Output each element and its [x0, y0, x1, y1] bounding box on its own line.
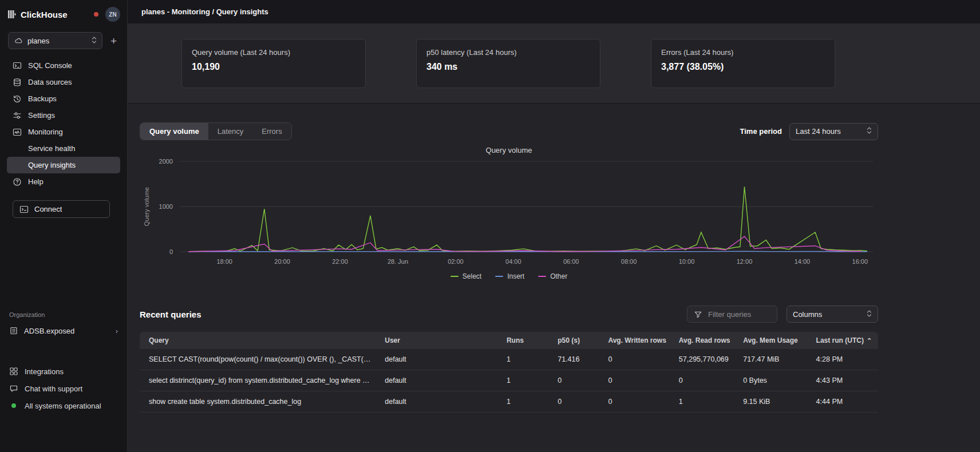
- sidebar-item-backups[interactable]: Backups: [7, 90, 120, 107]
- svg-text:Query volume: Query volume: [143, 187, 150, 226]
- operational-icon: [9, 401, 18, 410]
- legend-swatch: [451, 276, 459, 277]
- svg-text:16:00: 16:00: [852, 258, 868, 265]
- legend-other[interactable]: Other: [538, 272, 567, 280]
- sidebar-item-monitoring[interactable]: Monitoring: [7, 124, 120, 140]
- sidebar-item-sql-console[interactable]: SQL Console: [7, 57, 120, 74]
- legend-select[interactable]: Select: [451, 272, 481, 280]
- time-period-value: Last 24 hours: [796, 127, 862, 136]
- tab-query-volume[interactable]: Query volume: [140, 123, 208, 140]
- cell-last-run-utc: 4:43 PM: [809, 370, 878, 391]
- clickhouse-logo-icon: [8, 10, 16, 19]
- recent-queries-title: Recent queries: [140, 310, 201, 319]
- cell-p50-s: 71.416: [551, 349, 601, 370]
- stat-card-label: p50 latency (Last 24 hours): [426, 48, 590, 57]
- svg-text:04:00: 04:00: [505, 258, 521, 265]
- time-period-control: Time period Last 24 hours: [740, 123, 878, 140]
- service-selector[interactable]: planes: [8, 32, 102, 49]
- sql-console-icon: [13, 61, 22, 70]
- chat-icon: [9, 384, 18, 393]
- avatar[interactable]: ZN: [105, 7, 120, 22]
- column-header-avg-written-rows[interactable]: Avg. Written rows: [601, 332, 671, 349]
- column-header-user[interactable]: User: [378, 332, 500, 349]
- sidebar-footer-all-systems-operational[interactable]: All systems operational: [0, 397, 127, 414]
- svg-text:1000: 1000: [159, 203, 173, 210]
- main-area: planes - Monitoring / Query insights Que…: [128, 0, 980, 452]
- tab-latency[interactable]: Latency: [208, 123, 253, 140]
- column-header-query[interactable]: Query: [140, 332, 378, 349]
- column-header-label: Last run (UTC): [816, 336, 864, 344]
- sidebar-item-label: Settings: [28, 111, 55, 120]
- service-row: planes +: [3, 27, 127, 56]
- column-header-label: p50 (s): [558, 336, 580, 344]
- organization-name: ADSB.exposed: [24, 327, 74, 335]
- time-period-label: Time period: [740, 127, 782, 136]
- chart-tabs: Query volumeLatencyErrors: [140, 122, 292, 140]
- connect-button-label: Connect: [34, 205, 62, 213]
- svg-text:12:00: 12:00: [737, 258, 753, 265]
- column-header-p50-s[interactable]: p50 (s): [551, 332, 601, 349]
- column-header-last-run-utc[interactable]: Last run (UTC)⌃: [809, 332, 878, 349]
- sidebar-item-label: Backups: [28, 94, 57, 103]
- stat-card-value: 3,877 (38.05%): [661, 62, 825, 72]
- data-sources-icon: [13, 78, 22, 87]
- sidebar-item-label: Data sources: [28, 78, 72, 86]
- table-row[interactable]: select distrinct(query_id) from system.d…: [140, 370, 878, 391]
- organization-item[interactable]: ADSB.exposed ›: [0, 323, 127, 339]
- columns-select[interactable]: Columns: [787, 306, 878, 323]
- sidebar-item-help[interactable]: Help: [7, 173, 120, 190]
- chevron-updown-icon: [867, 310, 872, 319]
- service-cloud-icon: [14, 36, 23, 45]
- connect-button[interactable]: Connect: [13, 200, 110, 218]
- top-header: planes - Monitoring / Query insights: [128, 0, 980, 23]
- footer-item-label: Chat with support: [25, 384, 82, 393]
- service-selector-value: planes: [27, 37, 87, 45]
- sidebar-item-data-sources[interactable]: Data sources: [7, 74, 120, 90]
- cell-p50-s: 0: [551, 370, 601, 391]
- chart-controls-row: Query volumeLatencyErrors Time period La…: [140, 122, 878, 140]
- time-period-select[interactable]: Last 24 hours: [789, 123, 878, 140]
- sidebar-item-label: Query insights: [28, 161, 76, 169]
- table-row[interactable]: SELECT CAST(round(pow(count() / max(coun…: [140, 349, 878, 370]
- column-header-label: Avg. Written rows: [608, 336, 666, 344]
- sidebar-item-service-health[interactable]: Service health: [7, 140, 120, 157]
- sort-asc-icon: ⌃: [867, 337, 872, 344]
- table-row[interactable]: show create table system.distributed_cac…: [140, 391, 878, 413]
- legend-insert[interactable]: Insert: [495, 272, 524, 280]
- sidebar-item-settings[interactable]: Settings: [7, 107, 120, 124]
- column-header-label: User: [385, 336, 400, 344]
- column-header-label: Avg. Mem Usage: [743, 336, 798, 344]
- stat-card: p50 latency (Last 24 hours)340 ms: [416, 39, 600, 88]
- sidebar-header: ClickHouse ZN: [0, 0, 127, 27]
- chevron-updown-icon: [867, 126, 872, 136]
- cell-avg-mem-usage: 9.15 KiB: [736, 391, 809, 413]
- stat-card-label: Query volume (Last 24 hours): [192, 48, 355, 57]
- app-root: ClickHouse ZN planes + SQL ConsoleData s…: [0, 0, 980, 452]
- cell-avg-written-rows: 0: [601, 349, 671, 370]
- column-header-runs[interactable]: Runs: [500, 332, 551, 349]
- sidebar-item-query-insights[interactable]: Query insights: [7, 157, 120, 173]
- legend-label: Select: [463, 272, 481, 280]
- sidebar-footer-integrations[interactable]: Integrations: [0, 363, 127, 380]
- settings-icon: [13, 111, 22, 120]
- stat-cards-band: Query volume (Last 24 hours)10,190p50 la…: [128, 23, 980, 104]
- svg-text:20:00: 20:00: [274, 258, 290, 265]
- filter-queries-input[interactable]: [707, 310, 771, 319]
- cell-query: SELECT CAST(round(pow(count() / max(coun…: [140, 349, 378, 370]
- column-header-label: Query: [149, 336, 169, 344]
- tab-errors[interactable]: Errors: [252, 123, 291, 140]
- cell-runs: 1: [500, 391, 551, 413]
- column-header-avg-mem-usage[interactable]: Avg. Mem Usage: [736, 332, 809, 349]
- add-service-button[interactable]: +: [107, 34, 120, 47]
- legend-swatch: [495, 276, 503, 277]
- svg-text:28. Jun: 28. Jun: [388, 258, 408, 265]
- svg-text:18:00: 18:00: [216, 258, 232, 265]
- column-header-avg-read-rows[interactable]: Avg. Read rows: [672, 332, 736, 349]
- content: Query volumeLatencyErrors Time period La…: [128, 104, 980, 452]
- sidebar-item-label: Service health: [28, 144, 75, 153]
- footer-item-label: Integrations: [25, 367, 64, 376]
- columns-select-label: Columns: [793, 310, 862, 319]
- stat-card-value: 10,190: [192, 62, 355, 72]
- integrations-icon: [9, 367, 18, 376]
- sidebar-footer-chat-with-support[interactable]: Chat with support: [0, 380, 127, 397]
